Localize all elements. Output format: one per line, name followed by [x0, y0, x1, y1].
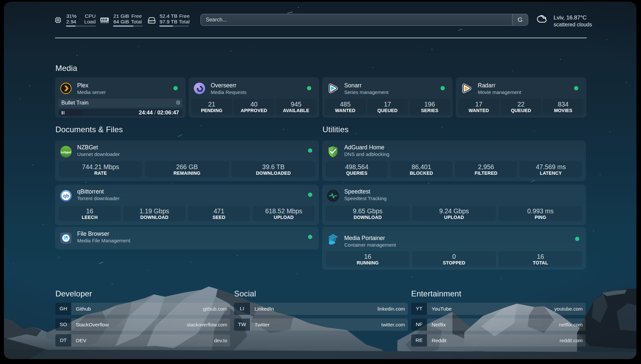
svg-text:qb: qb	[63, 193, 69, 198]
svg-text:nzbget: nzbget	[61, 150, 72, 154]
